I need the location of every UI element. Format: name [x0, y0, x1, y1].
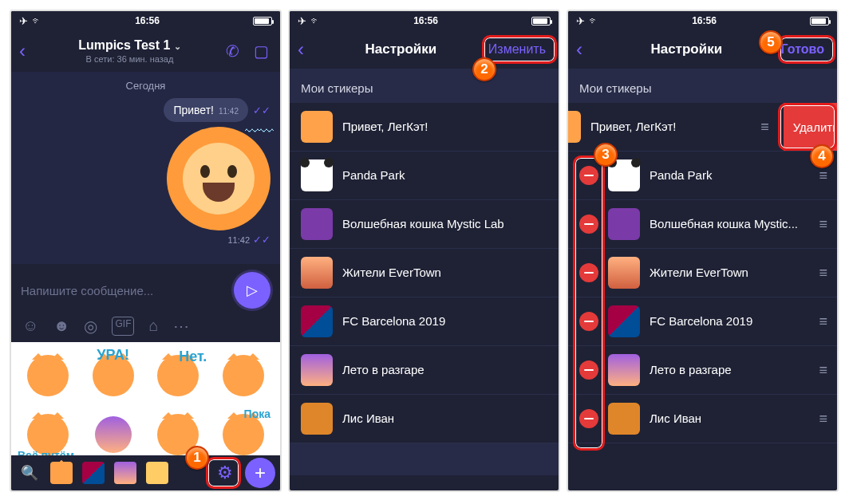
emoji-icon[interactable]: ☻ [53, 317, 69, 336]
sticker-pack-row[interactable]: Волшебная кошка Mystic Lab [290, 200, 559, 249]
voice-button[interactable]: ▷ [234, 272, 270, 309]
sticker-search-button[interactable]: 🔍 [16, 459, 43, 486]
badge-2: 2 [472, 57, 496, 81]
back-button[interactable]: ‹ [576, 38, 597, 61]
section-header: Мои стикеры [568, 69, 837, 103]
sticker-icon[interactable]: ☺ [22, 317, 38, 336]
sticker-cell[interactable]: Нет. [148, 348, 209, 403]
pack-thumb-icon [301, 111, 333, 143]
pack-thumb-icon [301, 257, 333, 289]
message-time: 11:42 [219, 107, 239, 116]
sticker-pack-row[interactable]: Волшебная кошка Mystic... ≡ [568, 200, 837, 249]
sticker-pack-list-edit: Привет, ЛегКэт! ≡ Удалить Panda Park ≡ В… [568, 103, 837, 443]
list-footer [290, 443, 559, 475]
status-time: 16:56 [413, 15, 438, 26]
pack-thumb-icon [301, 305, 333, 337]
composer: Напишите сообщение... ▷ [11, 264, 280, 313]
settings-title: Настройки [318, 41, 484, 57]
sticker-cell[interactable]: УРА! [83, 348, 144, 403]
pack-label: Лис Иван [650, 411, 809, 427]
sticker-pack-tab[interactable] [144, 459, 171, 486]
pack-thumb-icon [567, 111, 581, 143]
status-bar: ᯤ 16:56 [290, 11, 559, 30]
sticker-cell[interactable] [83, 408, 144, 462]
sticker-cell[interactable]: Всё путём [18, 408, 78, 462]
sticker-cell[interactable] [18, 348, 78, 403]
drag-handle-icon[interactable]: ≡ [819, 313, 826, 330]
sticker-pack-row[interactable]: Привет, ЛегКэт! [290, 103, 559, 152]
chat-body: Сегодня Привет!11:42 ✓✓ 〰〰 11:42✓✓ [11, 72, 280, 264]
message-bubble[interactable]: Привет!11:42 [164, 98, 248, 122]
pack-thumb-icon [608, 305, 640, 337]
pack-label: FC Barcelona 2019 [650, 314, 809, 329]
read-check-icon: ✓✓ [253, 104, 270, 116]
drag-handle-icon[interactable]: ≡ [819, 216, 826, 233]
pack-label: Жители EverTown [650, 266, 809, 281]
airplane-icon [298, 15, 306, 27]
chat-subtitle: В сети: 36 мин. назад [45, 54, 215, 64]
read-check-icon: ✓✓ [253, 234, 270, 246]
video-button[interactable]: ▢ [250, 41, 272, 61]
settings-navbar: ‹ Настройки Изменить 2 [290, 30, 559, 69]
call-button[interactable]: ✆ [221, 41, 243, 61]
chevron-down-icon: ⌄ [174, 41, 181, 51]
sticker-pack-row[interactable]: Жители EverTown ≡ [568, 249, 837, 297]
pack-label: Привет, ЛегКэт! [590, 120, 751, 135]
settings-title: Настройки [597, 41, 776, 57]
pack-thumb-icon [301, 208, 333, 240]
sticker-pack-tab[interactable] [80, 459, 107, 486]
pack-thumb-icon [301, 159, 333, 191]
chat-navbar: ‹ Lumpics Test 1 ⌄ В сети: 36 мин. назад… [11, 30, 280, 72]
sticker-time: 11:42 [227, 235, 250, 245]
highlight-3 [573, 156, 605, 451]
screen-settings-edit: ᯤ 16:56 ‹ Настройки Готово 5 Мои стикеры… [567, 10, 839, 492]
sticker-pack-row[interactable]: Panda Park [290, 152, 559, 200]
sticker-cell[interactable] [213, 348, 274, 403]
highlight-1 [206, 457, 241, 489]
back-button[interactable]: ‹ [298, 38, 318, 61]
airplane-icon [19, 15, 28, 27]
sticker-pack-row[interactable]: Лето в разгаре [290, 346, 559, 395]
sticker-pack-row[interactable]: Лис Иван [290, 395, 559, 443]
message-text: Привет! [173, 104, 214, 116]
sent-sticker[interactable]: 〰〰 [167, 127, 270, 230]
drag-handle-icon[interactable]: ≡ [819, 362, 826, 379]
pack-label: Жители EverTown [342, 266, 547, 281]
sticker-pack-row[interactable]: Лето в разгаре ≡ [568, 346, 837, 395]
screen-settings-view: ᯤ 16:56 ‹ Настройки Изменить 2 Мои стике… [288, 10, 560, 492]
sticker-pack-row[interactable]: Жители EverTown [290, 249, 559, 297]
sticker-pack-tab[interactable] [112, 459, 139, 486]
day-separator: Сегодня [21, 80, 270, 92]
sticker-pack-tab[interactable] [48, 459, 75, 486]
badge-1: 1 [185, 446, 209, 470]
sticker-pack-row[interactable]: FC Barcelona 2019 [290, 297, 559, 346]
sticker-pack-list: Привет, ЛегКэт! Panda Park Волшебная кош… [290, 103, 559, 443]
sticker-add-button[interactable]: + [245, 458, 275, 488]
drag-handle-icon[interactable]: ≡ [819, 265, 826, 282]
pack-thumb-icon [608, 354, 640, 386]
pack-label: Лето в разгаре [650, 363, 809, 378]
pack-thumb-icon [608, 257, 640, 289]
drag-handle-icon[interactable]: ≡ [760, 119, 768, 136]
sticker-pack-row[interactable]: Лис Иван ≡ [568, 395, 837, 443]
wifi-icon: ᯤ [32, 15, 41, 26]
pack-label: Лето в разгаре [342, 363, 547, 378]
drag-handle-icon[interactable]: ≡ [819, 167, 826, 184]
pack-label: Привет, ЛегКэт! [342, 120, 547, 135]
shop-icon[interactable]: ⌂ [148, 317, 158, 336]
gif-icon[interactable]: GIF [112, 317, 134, 336]
message-input[interactable]: Напишите сообщение... [21, 284, 227, 297]
camera-icon[interactable]: ◎ [84, 317, 97, 336]
chat-title[interactable]: Lumpics Test 1 [78, 38, 170, 52]
sticker-pack-row[interactable]: FC Barcelona 2019 ≡ [568, 297, 837, 346]
back-button[interactable]: ‹ [19, 40, 38, 62]
highlight-4 [778, 103, 837, 151]
more-icon[interactable]: ⋯ [173, 317, 189, 336]
sticker-cell[interactable]: Пока [213, 408, 274, 462]
section-header: Мои стикеры [290, 69, 559, 103]
pack-label: Panda Park [650, 168, 809, 183]
pack-thumb-icon [608, 403, 640, 435]
drag-handle-icon[interactable]: ≡ [819, 411, 826, 427]
badge-5: 5 [759, 30, 783, 54]
highlight-5 [778, 35, 835, 64]
